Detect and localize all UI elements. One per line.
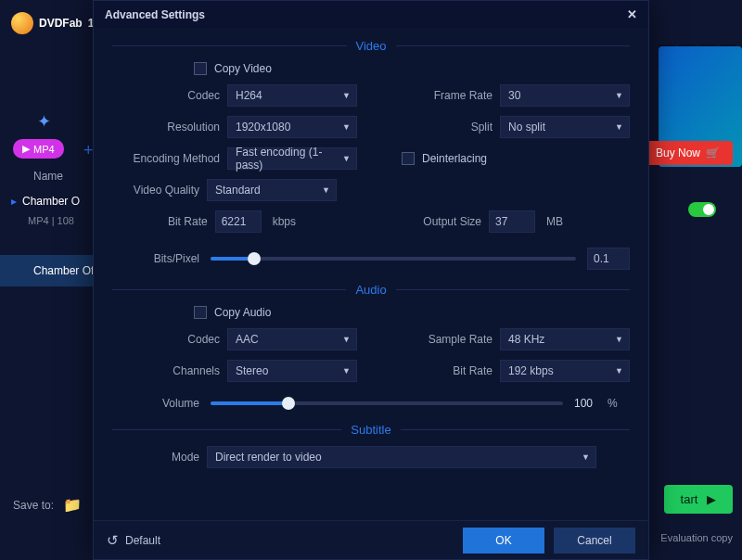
play-icon: ▶ [22, 143, 30, 155]
chevron-down-icon: ▼ [342, 91, 351, 100]
chevron-down-icon: ▼ [615, 91, 623, 100]
video-codec-dropdown[interactable]: H264▼ [227, 84, 357, 107]
volume-unit: % [608, 397, 630, 410]
format-badge[interactable]: ▶ MP4 [13, 139, 64, 159]
save-to-label: Save to: [13, 499, 54, 512]
bitspixel-slider[interactable] [211, 257, 576, 261]
slider-thumb-icon[interactable] [248, 252, 261, 265]
outputsize-label: Output Size [423, 215, 481, 228]
subtitle-section: Subtitle Mode Direct render to video▼ [112, 423, 630, 468]
samplerate-label: Sample Rate [429, 333, 493, 346]
outputsize-input[interactable] [489, 210, 535, 233]
resolution-label: Resolution [167, 121, 220, 134]
copy-video-checkbox[interactable]: Copy Video [194, 62, 272, 75]
file-format: MP4 | 108 [28, 215, 74, 226]
quality-label: Video Quality [112, 184, 199, 197]
folder-icon[interactable]: 📁 [63, 496, 82, 514]
volume-slider[interactable] [211, 401, 563, 405]
chevron-down-icon: ▼ [322, 185, 330, 195]
dvdfab-logo-icon [11, 12, 33, 34]
encoding-dropdown[interactable]: Fast encoding (1-pass)▼ [227, 147, 357, 170]
buy-now-label: Buy Now [656, 146, 700, 159]
deinterlacing-label: Deinterlacing [422, 152, 487, 165]
save-to-row: Save to: 📁 [13, 496, 82, 514]
subtitle-mode-dropdown[interactable]: Direct render to video▼ [207, 446, 596, 468]
slider-thumb-icon[interactable] [282, 397, 295, 410]
enable-toggle[interactable] [688, 202, 716, 217]
chevron-down-icon: ▼ [342, 366, 351, 375]
brand-text: DVDFab [39, 17, 83, 30]
start-button[interactable]: tart ▶ [664, 485, 733, 514]
default-label: Default [125, 534, 160, 547]
cart-icon: 🛒 [706, 146, 720, 159]
split-label: Split [471, 121, 493, 134]
audio-bitrate-label: Bit Rate [453, 364, 493, 377]
file-item[interactable]: ▸ Chamber O [11, 195, 80, 208]
deinterlacing-checkbox[interactable]: Deinterlacing [402, 152, 487, 165]
audio-codec-label: Codec [187, 333, 220, 346]
reset-icon: ↺ [107, 532, 119, 549]
checkbox-icon [402, 152, 415, 165]
volume-value: 100 [574, 397, 593, 410]
audio-codec-dropdown[interactable]: AAC▼ [227, 328, 357, 350]
video-section: Video Copy Video Codec H264▼ Frame Rate … [112, 39, 630, 270]
add-icon[interactable]: + [83, 141, 94, 160]
outputsize-unit: MB [546, 215, 569, 228]
dialog-footer: ↺ Default OK Cancel [94, 520, 648, 559]
volume-label: Volume [140, 397, 199, 410]
dialog-title: Advanced Settings [105, 8, 205, 21]
framerate-label: Frame Rate [434, 89, 493, 102]
advanced-settings-dialog: Advanced Settings ✕ Video Copy Video Cod… [93, 0, 649, 560]
copy-audio-label: Copy Audio [214, 306, 271, 319]
default-button[interactable]: ↺ Default [107, 532, 160, 549]
audio-header: Audio [355, 283, 386, 297]
channels-label: Channels [173, 364, 220, 377]
bitspixel-input[interactable] [587, 248, 630, 270]
encoding-label: Encoding Method [134, 152, 220, 165]
chevron-down-icon: ▼ [342, 335, 351, 344]
audio-section: Audio Copy Audio Codec AAC▼ Sample Rate … [112, 283, 630, 410]
chevron-down-icon: ▼ [615, 366, 623, 375]
channels-dropdown[interactable]: Stereo▼ [227, 360, 357, 382]
start-label: tart [681, 492, 698, 506]
subtitle-mode-label: Mode [168, 451, 199, 464]
copy-audio-checkbox[interactable]: Copy Audio [194, 306, 271, 319]
codec-label: Codec [187, 89, 220, 102]
chevron-down-icon: ▼ [582, 452, 590, 462]
subtitle-header: Subtitle [351, 423, 390, 437]
resolution-dropdown[interactable]: 1920x1080▼ [227, 116, 357, 138]
chevron-down-icon: ▼ [342, 154, 351, 163]
buy-now-button[interactable]: Buy Now 🛒 [643, 141, 733, 165]
sparkle-icon: ✦ [37, 111, 56, 130]
evaluation-text: Evaluation copy [660, 532, 733, 543]
framerate-dropdown[interactable]: 30▼ [500, 84, 630, 107]
chevron-down-icon: ▼ [615, 335, 623, 344]
checkbox-icon [194, 306, 207, 319]
ok-button[interactable]: OK [463, 528, 544, 554]
play-icon: ▶ [707, 492, 716, 506]
bitspixel-label: Bits/Pixel [140, 252, 199, 265]
column-name: Name [33, 170, 63, 183]
chevron-down-icon: ▼ [615, 122, 623, 132]
copy-video-label: Copy Video [214, 62, 272, 75]
dialog-header: Advanced Settings ✕ [94, 1, 648, 28]
cancel-button[interactable]: Cancel [554, 528, 635, 554]
video-header: Video [356, 39, 387, 53]
close-icon[interactable]: ✕ [627, 7, 637, 21]
quality-dropdown[interactable]: Standard▼ [207, 179, 337, 201]
chevron-down-icon: ▼ [342, 122, 351, 132]
video-icon: ▸ [11, 195, 17, 208]
split-dropdown[interactable]: No split▼ [500, 116, 630, 138]
file-title: Chamber O [22, 195, 80, 208]
bitrate-label: Bit Rate [168, 215, 208, 228]
format-badge-text: MP4 [33, 144, 55, 155]
dialog-body: Video Copy Video Codec H264▼ Frame Rate … [94, 28, 648, 532]
bitrate-unit: kbps [273, 215, 296, 228]
audio-bitrate-dropdown[interactable]: 192 kbps▼ [500, 360, 630, 382]
checkbox-icon [194, 62, 207, 75]
samplerate-dropdown[interactable]: 48 KHz▼ [500, 328, 630, 350]
bitrate-input[interactable] [215, 210, 262, 233]
